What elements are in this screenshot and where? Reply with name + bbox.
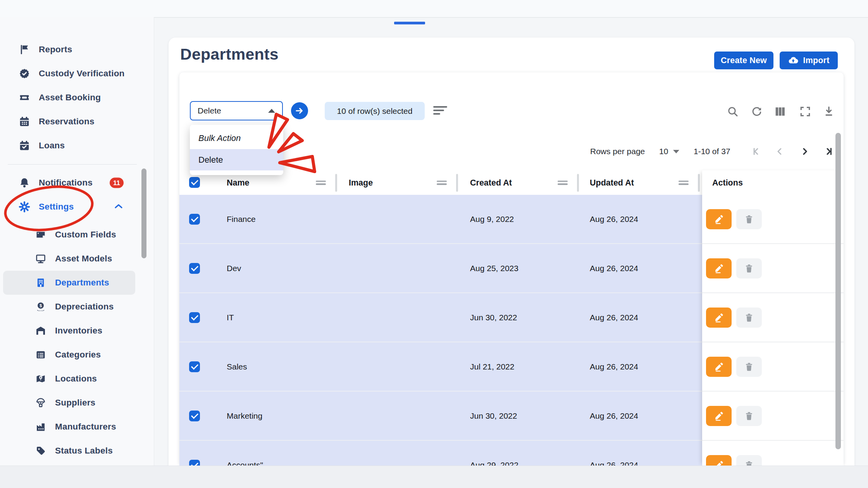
column-drag-handle-icon[interactable]: [679, 179, 689, 186]
sidebar-subitem[interactable]: Status Labels: [0, 439, 154, 463]
sidebar-item-notifications[interactable]: Notifications 11: [0, 171, 154, 195]
sidebar-subitem[interactable]: Manufacturers: [0, 415, 154, 439]
edit-button[interactable]: [706, 406, 732, 426]
search-icon[interactable]: [726, 105, 739, 118]
filter-lines-icon[interactable]: [433, 106, 449, 117]
create-new-button[interactable]: Create New: [714, 52, 773, 69]
sidebar-subitem[interactable]: Categories: [0, 343, 154, 367]
apply-bulk-action-button[interactable]: [291, 102, 308, 119]
first-page-icon[interactable]: [750, 145, 763, 158]
pencil-icon: [713, 411, 724, 421]
sidebar-subitem[interactable]: Departments: [3, 271, 135, 295]
cell-updated-at: Aug 26, 2024: [590, 461, 638, 466]
actions-column: Actions: [702, 170, 844, 466]
refresh-icon[interactable]: [750, 105, 763, 118]
table-row[interactable]: Finance Aug 9, 2022 Aug 26, 2024: [179, 195, 702, 244]
svg-text:$: $: [40, 303, 42, 308]
cell-name: Marketing: [227, 411, 262, 421]
trash-icon: [744, 214, 754, 224]
row-checkbox[interactable]: [189, 263, 200, 274]
cell-name: Dev: [227, 264, 241, 273]
pencil-icon: [713, 214, 724, 225]
bulk-action-select[interactable]: Delete: [190, 101, 283, 120]
cell-created-at: Aug 25, 2023: [470, 264, 518, 273]
sidebar-subitem-label: Inventories: [55, 326, 102, 336]
sidebar-item[interactable]: Asset Booking: [0, 86, 154, 110]
flag-icon: [18, 44, 31, 55]
delete-button[interactable]: [736, 406, 762, 426]
sidebar-item-settings[interactable]: Settings: [0, 195, 154, 219]
table-row[interactable]: Accounts" Aug 29, 2022 Aug 26, 2024: [179, 441, 702, 466]
columns-icon[interactable]: [773, 105, 787, 118]
settings-submenu: Custom Fields Asset Models Departments $…: [0, 223, 154, 463]
edit-button[interactable]: [706, 308, 732, 328]
sidebar-subitem[interactable]: Asset Models: [0, 247, 154, 271]
row-checkbox[interactable]: [189, 312, 200, 323]
column-divider[interactable]: [577, 174, 579, 192]
table-row[interactable]: IT Jun 30, 2022 Aug 26, 2024: [179, 293, 702, 342]
sidebar-item[interactable]: Loans: [0, 134, 154, 158]
select-all-checkbox[interactable]: [189, 177, 200, 188]
row-checkbox[interactable]: [189, 460, 200, 466]
parachute-icon: [34, 397, 47, 408]
table-row[interactable]: Sales Jul 21, 2022 Aug 26, 2024: [179, 342, 702, 392]
sidebar-subitem-label: Depreciations: [55, 302, 114, 312]
sidebar-subitem[interactable]: Custom Fields: [0, 223, 154, 247]
browser-topbar: [0, 0, 868, 18]
sidebar-item-label: Reservations: [39, 117, 95, 127]
sidebar: Reports Custody Verification Asset Booki…: [0, 17, 154, 466]
table-scrollbar[interactable]: [835, 133, 841, 449]
row-checkbox[interactable]: [189, 361, 200, 372]
sidebar-subitem[interactable]: Suppliers: [0, 391, 154, 415]
tag-icon: [34, 445, 47, 456]
table-row[interactable]: Marketing Jun 30, 2022 Aug 26, 2024: [179, 392, 702, 441]
next-page-icon[interactable]: [799, 145, 811, 158]
sidebar-item[interactable]: Reservations: [0, 110, 154, 134]
column-header-updated-at[interactable]: Updated At: [590, 178, 634, 187]
sidebar-item[interactable]: Custody Verification: [0, 62, 154, 86]
fullscreen-icon[interactable]: [799, 105, 812, 118]
calendar-icon: [18, 116, 31, 127]
cell-created-at: Jul 21, 2022: [470, 362, 514, 371]
last-page-icon[interactable]: [822, 145, 835, 158]
table-row[interactable]: Dev Aug 25, 2023 Aug 26, 2024: [179, 244, 702, 293]
ticket-icon: [18, 92, 31, 103]
delete-button[interactable]: [736, 258, 762, 278]
column-header-name[interactable]: Name: [227, 178, 250, 187]
column-header-image[interactable]: Image: [349, 178, 373, 187]
edit-button[interactable]: [706, 357, 732, 377]
column-divider[interactable]: [335, 174, 337, 192]
sidebar-scrollbar[interactable]: [141, 168, 146, 258]
edit-button[interactable]: [706, 258, 732, 278]
rows-per-page-value[interactable]: 10: [659, 147, 668, 156]
trash-icon: [744, 313, 754, 323]
sidebar-subitem-label: Status Labels: [55, 446, 113, 456]
sidebar-item[interactable]: Reports: [0, 38, 154, 62]
column-drag-handle-icon[interactable]: [437, 179, 447, 186]
download-icon[interactable]: [822, 105, 835, 118]
row-checkbox[interactable]: [189, 214, 200, 225]
rows-per-page-caret-icon[interactable]: [673, 150, 679, 153]
dropdown-option-bulk-action[interactable]: Bulk Action: [190, 128, 283, 149]
sidebar-subitem[interactable]: $ Depreciations: [0, 295, 154, 319]
bell-icon: [18, 177, 31, 189]
import-button[interactable]: Import: [780, 52, 838, 69]
column-divider[interactable]: [456, 174, 458, 192]
column-drag-handle-icon[interactable]: [558, 179, 568, 186]
dropdown-option-delete[interactable]: Delete: [190, 149, 283, 170]
edit-button[interactable]: [706, 209, 732, 229]
delete-button[interactable]: [736, 209, 762, 229]
sidebar-subitem[interactable]: Locations: [0, 367, 154, 391]
delete-button[interactable]: [736, 357, 762, 377]
row-checkbox[interactable]: [189, 411, 200, 421]
sidebar-subitem-label: Categories: [55, 350, 101, 360]
column-header-created-at[interactable]: Created At: [470, 178, 512, 187]
delete-button[interactable]: [736, 308, 762, 328]
column-drag-handle-icon[interactable]: [316, 179, 326, 186]
cell-updated-at: Aug 26, 2024: [590, 362, 638, 371]
column-divider[interactable]: [698, 174, 700, 192]
sidebar-subitem[interactable]: Inventories: [0, 319, 154, 343]
previous-page-icon[interactable]: [773, 145, 786, 158]
chevron-up-icon[interactable]: [114, 203, 123, 210]
rows-per-page-label: Rows per page: [590, 147, 645, 156]
